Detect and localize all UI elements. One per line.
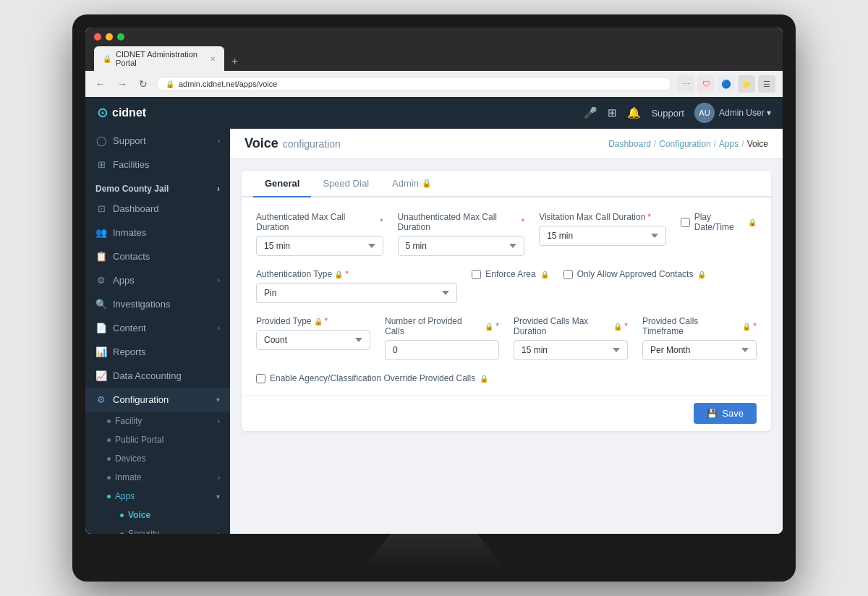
- override-checkbox[interactable]: [256, 374, 265, 383]
- sidebar-sub-security[interactable]: Security ›: [100, 524, 230, 534]
- address-bar[interactable]: 🔒 admin.cidnet.net/apps/voice: [156, 77, 671, 91]
- sidebar-sub-public-portal[interactable]: Public Portal: [93, 430, 230, 449]
- breadcrumb-dashboard[interactable]: Dashboard: [608, 139, 651, 149]
- security-dot: [120, 532, 124, 535]
- facility-arrow: ›: [217, 184, 220, 194]
- sidebar-sub-label-voice: Voice: [128, 510, 150, 520]
- support-link[interactable]: Support: [651, 108, 684, 119]
- enforce-area-label: Enforce Area: [485, 269, 535, 279]
- forward-button[interactable]: →: [114, 77, 130, 91]
- provided-timeframe-select[interactable]: Per Month: [642, 340, 757, 360]
- inmates-icon: 👥: [95, 227, 107, 238]
- configuration-arrow: ▾: [216, 396, 220, 404]
- override-lock: 🔒: [480, 375, 488, 383]
- play-datetime-checkbox[interactable]: [681, 218, 690, 227]
- address-lock-icon: 🔒: [166, 80, 174, 88]
- inmate-dot: [107, 476, 111, 480]
- form-row-1: Authenticated Max Call Duration * 15 min: [256, 212, 757, 256]
- breadcrumb-voice: Voice: [747, 139, 768, 149]
- tab-title: CIDNET Administration Portal: [116, 50, 205, 67]
- provided-type-label: Provided Type 🔒 *: [256, 316, 370, 326]
- tab-general[interactable]: General: [253, 171, 311, 197]
- auth-max-select[interactable]: 15 min: [256, 236, 383, 256]
- refresh-button[interactable]: ↻: [136, 77, 150, 91]
- sidebar-item-support[interactable]: ◯ Support ›: [85, 129, 230, 153]
- back-button[interactable]: ←: [93, 77, 109, 91]
- browser-tab-active[interactable]: 🔒 CIDNET Administration Portal ✕: [94, 46, 224, 71]
- page-title-main: Voice: [244, 136, 278, 151]
- provided-max-group: Provided Calls Max Duration 🔒 * 15 min: [514, 316, 628, 360]
- tab-general-label: General: [265, 178, 299, 189]
- breadcrumb: Dashboard / Configuration / Apps / Voice: [608, 139, 768, 149]
- sidebar-label-configuration: Configuration: [113, 394, 210, 405]
- apps-sub-arrow: ▾: [216, 493, 220, 501]
- mic-icon[interactable]: 🎤: [584, 106, 597, 119]
- visitation-max-select[interactable]: 15 min: [539, 226, 666, 246]
- sidebar-sub-label-apps: Apps: [115, 491, 135, 501]
- auth-type-lock: 🔒: [334, 271, 343, 278]
- grid-icon[interactable]: ⊞: [608, 106, 617, 119]
- tab-close-icon[interactable]: ✕: [210, 55, 216, 63]
- ext-icon-3[interactable]: 🔵: [718, 75, 735, 93]
- address-text: admin.cidnet.net/apps/voice: [179, 80, 277, 88]
- ext-icon-5[interactable]: ☰: [758, 75, 775, 93]
- tab-speed-dial[interactable]: Speed Dial: [311, 171, 380, 197]
- enforce-area-checkbox[interactable]: [472, 270, 481, 279]
- sidebar-item-inmates[interactable]: 👥 Inmates: [85, 221, 230, 244]
- traffic-yellow[interactable]: [106, 33, 113, 41]
- top-nav-actions: 🎤 ⊞ 🔔 Support AU Admin User ▾: [584, 103, 771, 123]
- sidebar-item-apps[interactable]: ⚙ Apps ›: [85, 268, 230, 292]
- facilities-icon: ⊞: [95, 159, 107, 170]
- unauth-max-select[interactable]: 5 min: [398, 236, 525, 256]
- auth-type-required: *: [345, 269, 349, 279]
- ext-icon-4[interactable]: ⭐: [738, 75, 755, 93]
- sidebar-sub-inmate[interactable]: Inmate ›: [93, 468, 230, 487]
- auth-type-select[interactable]: Pin: [256, 283, 457, 303]
- visitation-max-required: *: [647, 212, 651, 222]
- traffic-red[interactable]: [94, 33, 101, 41]
- sidebar-sub-facility[interactable]: Facility ›: [93, 412, 230, 430]
- contacts-icon: 📋: [95, 251, 107, 262]
- data-accounting-icon: 📈: [95, 370, 107, 381]
- sidebar-item-facilities[interactable]: ⊞ Facilities: [85, 153, 230, 176]
- sidebar-item-dashboard[interactable]: ⊡ Dashboard: [85, 197, 230, 221]
- breadcrumb-apps[interactable]: Apps: [719, 139, 739, 149]
- provided-max-select[interactable]: 15 min: [514, 340, 628, 360]
- override-row: Enable Agency/Classification Override Pr…: [256, 373, 488, 383]
- sidebar-sub-devices[interactable]: Devices: [93, 449, 230, 468]
- sidebar-sub-apps[interactable]: Apps ▾: [93, 487, 230, 506]
- browser-toolbar: ← → ↻ 🔒 admin.cidnet.net/apps/voice ⋯ 🛡 …: [85, 71, 783, 97]
- content-icon: 📄: [95, 323, 107, 333]
- num-provided-input[interactable]: [385, 340, 499, 360]
- only-approved-lock: 🔒: [697, 271, 706, 278]
- sidebar-item-reports[interactable]: 📊 Reports: [85, 340, 230, 364]
- facility-section-header[interactable]: Demo County Jail ›: [85, 176, 230, 197]
- sidebar-sub-voice[interactable]: Voice: [100, 506, 230, 524]
- sidebar-sub-label-facility: Facility: [115, 416, 142, 426]
- provided-type-lock: 🔒: [314, 318, 323, 325]
- sidebar-item-investigations[interactable]: 🔍 Investigations: [85, 292, 230, 316]
- ext-icon-1[interactable]: ⋯: [677, 75, 694, 93]
- ext-icon-2[interactable]: 🛡: [697, 75, 715, 93]
- provided-type-select[interactable]: Count: [256, 330, 370, 350]
- configuration-submenu: Facility › Public Portal Devices: [85, 412, 230, 534]
- sidebar-item-contacts[interactable]: 📋 Contacts: [85, 244, 230, 268]
- only-approved-group: Only Allow Approved Contacts 🔒: [563, 269, 707, 281]
- only-approved-checkbox[interactable]: [563, 270, 573, 279]
- play-datetime-label: Play Date/Time: [694, 212, 744, 232]
- traffic-green[interactable]: [117, 33, 124, 41]
- provided-timeframe-required: *: [753, 321, 757, 331]
- support-icon: ◯: [95, 135, 107, 146]
- user-menu[interactable]: AU Admin User ▾: [694, 103, 771, 123]
- breadcrumb-configuration[interactable]: Configuration: [659, 139, 710, 149]
- bell-icon[interactable]: 🔔: [627, 106, 641, 119]
- sidebar-item-data-accounting[interactable]: 📈 Data Accounting: [85, 364, 230, 388]
- new-tab-button[interactable]: +: [226, 52, 244, 71]
- facility-name: Demo County Jail: [95, 184, 169, 194]
- sidebar-item-configuration[interactable]: ⚙ Configuration ▾: [85, 388, 230, 412]
- auth-max-label: Authenticated Max Call Duration *: [256, 212, 383, 232]
- tab-admin[interactable]: Admin 🔒: [380, 171, 443, 197]
- save-button[interactable]: 💾 Save: [694, 403, 757, 424]
- provided-timeframe-group: Provided Calls Timeframe 🔒 * Per Month: [642, 316, 757, 360]
- sidebar-item-content[interactable]: 📄 Content ›: [85, 316, 230, 340]
